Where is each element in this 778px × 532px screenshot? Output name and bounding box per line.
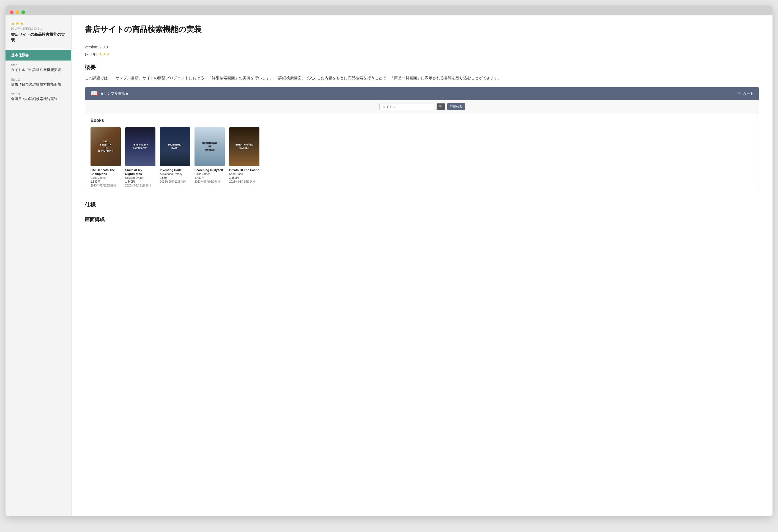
bs-books-heading: Books xyxy=(90,118,754,123)
level-text: レベル: xyxy=(85,52,98,56)
bs-logo-text: ★サンプル書店★ xyxy=(100,91,129,96)
bs-search-input[interactable] xyxy=(379,103,435,110)
book-title-1: Life Beneath The Champions xyxy=(90,168,121,176)
book-cover-4: SEARCHINGINMYSELF xyxy=(194,127,225,166)
sidebar-project-id: PJ-JAVA-SPRING-LV-3-1 xyxy=(11,27,66,30)
bs-search-bar: 🔍 詳細検索 xyxy=(85,100,759,113)
sidebar-item-step3[interactable]: Step 3 全項目での詳細検索機能実装 xyxy=(5,90,71,104)
book-author-1: Callie James xyxy=(90,176,121,179)
bs-cart[interactable]: 🛒 カート xyxy=(737,91,754,96)
sidebar-step-label-2: Step 2 xyxy=(11,78,66,81)
book-price-2: 1,540円 xyxy=(125,180,155,184)
book-date-5: 2023年03月15日発行 xyxy=(229,180,259,184)
bs-books-grid: LIFEBENEATHTHECHAMPIONS Life Beneath The… xyxy=(90,127,754,188)
window-chrome xyxy=(5,5,773,15)
bs-advanced-search-button[interactable]: 詳細検索 xyxy=(447,103,465,110)
sidebar-item-step2[interactable]: Step 2 価格項目での詳細検索機能追加 xyxy=(5,75,71,90)
book-cover-text-4: SEARCHINGINMYSELF xyxy=(201,141,218,152)
sidebar-item-basic-spec[interactable]: 基本仕様書 xyxy=(5,50,71,61)
close-button[interactable] xyxy=(10,10,13,14)
bookstore-preview: 📖 ★サンプル書店★ 🛒 カート 🔍 詳細検索 Books xyxy=(85,87,759,193)
version-row: version: 2.0.0 xyxy=(85,45,759,49)
book-title-3: Inventing Dark xyxy=(160,168,190,172)
sidebar-header: ★★★ PJ-JAVA-SPRING-LV-3-1 書店サイトの商品検索機能の実… xyxy=(5,21,71,47)
sidebar-step-label-3: Step 3 xyxy=(11,92,66,96)
bs-logo-icon: 📖 xyxy=(90,90,98,97)
book-cover-5: BREATH of theCASTLE xyxy=(229,127,259,166)
book-cover-3: INVENTINGDARK xyxy=(160,127,190,166)
book-card-2[interactable]: "Smile at mynightmares" Smile At My Nigh… xyxy=(125,127,155,188)
sidebar: ★★★ PJ-JAVA-SPRING-LV-3-1 書店サイトの商品検索機能の実… xyxy=(5,15,72,516)
maximize-button[interactable] xyxy=(21,10,25,14)
book-price-1: 1,380円 xyxy=(90,180,121,184)
book-date-4: 2023年07月01日発行 xyxy=(194,180,225,184)
book-card-5[interactable]: BREATH of theCASTLE Breath Of The Castle… xyxy=(229,127,259,188)
book-cover-1: LIFEBENEATHTHECHAMPIONS xyxy=(90,127,121,166)
bs-logo: 📖 ★サンプル書店★ xyxy=(90,90,129,97)
book-price-3: 2,550円 xyxy=(160,176,190,180)
sidebar-item-label-basic-spec: 基本仕様書 xyxy=(11,53,29,57)
book-price-4: 1,480円 xyxy=(194,176,225,180)
sidebar-stars: ★★★ xyxy=(11,21,66,26)
book-cover-text-3: INVENTINGDARK xyxy=(167,142,183,151)
sidebar-item-step1[interactable]: Step 1 タイトルでの詳細検索機能実装 xyxy=(5,61,71,75)
overview-heading: 概要 xyxy=(85,64,759,71)
sidebar-item-label-step2: 価格項目での詳細検索機能追加 xyxy=(11,82,61,86)
sidebar-item-label-step3: 全項目での詳細検索機能実装 xyxy=(11,97,58,101)
book-author-4: Callie James xyxy=(194,172,225,175)
main-content: 書店サイトの商品検索機能の実装 version: 2.0.0 レベル: ★★★ … xyxy=(72,15,773,516)
book-card-4[interactable]: SEARCHINGINMYSELF Searching In Myself Ca… xyxy=(194,127,225,188)
version-label: version: 2.0.0 xyxy=(85,45,108,49)
bs-books-section: Books LIFEBENEATHTHECHAMPIONS Life Benea… xyxy=(85,113,759,192)
book-cover-text-1: LIFEBENEATHTHECHAMPIONS xyxy=(97,139,114,154)
bs-search-button[interactable]: 🔍 xyxy=(437,103,445,110)
sidebar-title: 書店サイトの商品検索機能の実装 xyxy=(11,32,66,43)
book-title-4: Searching In Myself xyxy=(194,168,225,172)
bs-header: 📖 ★サンプル書店★ 🛒 カート xyxy=(85,87,759,100)
spec-heading: 仕様 xyxy=(85,201,759,209)
page-title: 書店サイトの商品検索機能の実装 xyxy=(85,24,759,39)
book-price-5: 3,850円 xyxy=(229,176,259,180)
book-card-1[interactable]: LIFEBENEATHTHECHAMPIONS Life Beneath The… xyxy=(90,127,121,188)
sidebar-step-label-1: Step 1 xyxy=(11,63,66,67)
book-author-5: Kade Case xyxy=(229,172,259,175)
book-title-2: Smile At My Nightmares xyxy=(125,168,155,176)
book-title-5: Breath Of The Castle xyxy=(229,168,259,172)
sidebar-navigation: 基本仕様書 Step 1 タイトルでの詳細検索機能実装 Step 2 価格項目で… xyxy=(5,50,71,104)
book-author-2: Nevaeh Everett xyxy=(125,176,155,179)
sidebar-item-label-step1: タイトルでの詳細検索機能実装 xyxy=(11,68,61,72)
book-date-2: 2023年06月11日発行 xyxy=(125,184,155,187)
book-card-3[interactable]: INVENTINGDARK Inventing Dark Alexandria … xyxy=(160,127,190,188)
book-cover-text-5: BREATH of theCASTLE xyxy=(234,142,254,151)
book-date-1: 2023年02月23日発行 xyxy=(90,184,121,187)
level-stars: ★★★ xyxy=(98,52,110,56)
book-author-3: Alexandria Dorsey xyxy=(160,172,190,175)
book-cover-text-2: "Smile at mynightmares" xyxy=(132,142,149,151)
level-row: レベル: ★★★ xyxy=(85,52,759,57)
minimize-button[interactable] xyxy=(16,10,19,14)
cart-label: カート xyxy=(743,91,754,96)
book-date-3: 2023年05月12日発行 xyxy=(160,180,190,184)
description-text: この課題では、「サンプル書店」サイトの構築プロジェクトにおける、「詳細検索画面」… xyxy=(85,75,759,81)
cart-icon: 🛒 xyxy=(737,91,742,95)
book-cover-2: "Smile at mynightmares" xyxy=(125,127,155,166)
screen-composition-heading: 画面構成 xyxy=(85,216,759,223)
